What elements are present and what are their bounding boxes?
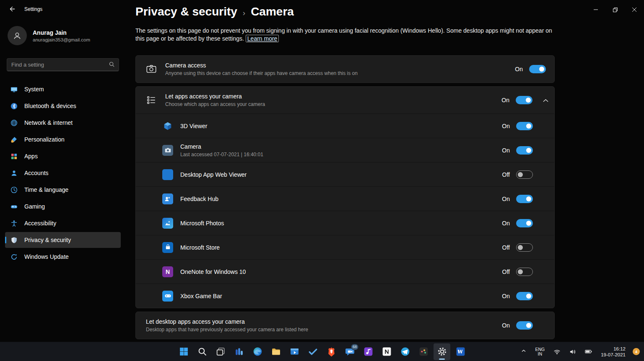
chat-icon[interactable]: 68 xyxy=(341,343,358,360)
app-name: Desktop App Web Viewer xyxy=(180,171,502,178)
collapse-button[interactable] xyxy=(543,97,548,103)
app-name: Feedback Hub xyxy=(180,196,502,202)
webviewer-app-icon xyxy=(162,169,173,180)
office-icon-glyph-icon xyxy=(234,346,244,357)
app-toggle[interactable] xyxy=(516,292,533,300)
toggle-knob xyxy=(526,98,531,103)
app-toggle[interactable] xyxy=(516,219,533,227)
notification-badge[interactable]: 4 xyxy=(633,348,640,355)
sidebar: Anurag Jain anuragjain353@gmail.com Syst… xyxy=(0,20,126,342)
language-indicator[interactable]: ENG IN xyxy=(533,346,546,358)
sidebar-item-label: Gaming xyxy=(24,203,45,210)
edge-icon-glyph-icon xyxy=(252,346,263,357)
tray-time: 16:12 xyxy=(601,346,626,352)
telegram-icon-glyph-icon xyxy=(400,346,410,357)
sidebar-item-label: Network & internet xyxy=(24,119,73,126)
sidebar-item-accounts[interactable]: Accounts xyxy=(5,165,121,181)
toggle-knob xyxy=(518,269,523,274)
time-icon xyxy=(10,186,18,193)
unread-count-badge: 68 xyxy=(351,344,358,350)
app-toggle[interactable] xyxy=(516,146,533,155)
toggle-knob xyxy=(526,294,531,299)
sidebar-item-personalization[interactable]: Personalization xyxy=(5,132,121,147)
office-icon[interactable] xyxy=(231,343,247,360)
todo-icon[interactable] xyxy=(304,343,321,360)
tray-date: 19-07-2021 xyxy=(601,352,626,358)
desktop-apps-row: Let desktop apps access your camera Desk… xyxy=(136,312,554,339)
app-toggle[interactable] xyxy=(516,195,533,203)
back-button[interactable] xyxy=(4,3,20,17)
start-button[interactable] xyxy=(175,343,192,360)
sidebar-item-accessibility[interactable]: Accessibility xyxy=(5,215,121,231)
music-icon[interactable] xyxy=(360,343,377,360)
settings-icon[interactable] xyxy=(434,343,450,360)
main-content: Privacy & security › Camera The settings… xyxy=(126,0,644,342)
sidebar-item-gaming[interactable]: Gaming xyxy=(5,199,121,214)
movies-tv-icon-glyph-icon xyxy=(289,346,300,357)
desktop-apps-toggle[interactable] xyxy=(516,321,533,330)
emoji-icon[interactable] xyxy=(415,343,432,360)
accessibility-icon xyxy=(10,220,18,227)
tray-chevron-button[interactable] xyxy=(519,347,528,356)
app-permission-row: Microsoft Photos On xyxy=(136,211,554,235)
maximize-button[interactable] xyxy=(605,0,625,19)
window-controls xyxy=(586,0,644,19)
app-toggle[interactable] xyxy=(516,243,533,252)
sidebar-item-time-language[interactable]: Time & language xyxy=(5,182,121,198)
language-line2: IN xyxy=(535,352,545,356)
camera-access-text: Camera access Anyone using this device c… xyxy=(165,57,515,81)
photos-app-icon xyxy=(162,218,173,229)
brave-icon-glyph-icon xyxy=(326,346,337,357)
toggle-state-label: Off xyxy=(502,268,510,275)
task-view-button[interactable] xyxy=(212,343,229,360)
breadcrumb-parent[interactable]: Privacy & security xyxy=(135,5,237,18)
camera-access-toggle[interactable] xyxy=(529,65,546,73)
telegram-icon[interactable] xyxy=(397,343,413,360)
sidebar-item-apps[interactable]: Apps xyxy=(5,148,121,164)
learn-more-link[interactable]: Learn more xyxy=(246,35,279,42)
app-toggle[interactable] xyxy=(516,170,533,179)
onenote-app-icon: N xyxy=(162,266,173,277)
minimize-button[interactable] xyxy=(586,0,605,19)
movies-tv-icon[interactable] xyxy=(286,343,303,360)
network-icon xyxy=(10,119,18,126)
clock[interactable]: 16:12 19-07-2021 xyxy=(599,344,627,359)
wifi-icon[interactable] xyxy=(552,347,562,356)
profile-text: Anurag Jain anuragjain353@gmail.com xyxy=(33,29,90,42)
let-apps-toggle[interactable] xyxy=(516,96,532,104)
word-icon[interactable] xyxy=(452,343,469,360)
sidebar-item-system[interactable]: System xyxy=(5,81,121,97)
volume-icon[interactable] xyxy=(568,347,578,356)
chevron-up-icon xyxy=(521,348,526,355)
profile-name: Anurag Jain xyxy=(33,29,90,36)
sidebar-item-bluetooth-devices[interactable]: Bluetooth & devices xyxy=(5,98,121,114)
search-icon xyxy=(109,61,114,69)
brave-icon[interactable] xyxy=(323,343,340,360)
battery-icon[interactable] xyxy=(583,348,594,356)
user-profile[interactable]: Anurag Jain anuragjain353@gmail.com xyxy=(7,24,119,47)
app-toggle[interactable] xyxy=(516,122,533,130)
notion-icon[interactable] xyxy=(378,343,395,360)
search-button[interactable] xyxy=(194,343,210,360)
app-list-icon xyxy=(146,95,157,106)
edge-icon[interactable] xyxy=(249,343,266,360)
system-icon xyxy=(10,86,18,93)
app-toggle[interactable] xyxy=(516,268,533,276)
app-title: Settings xyxy=(24,6,42,12)
file-explorer-icon[interactable] xyxy=(267,343,284,360)
toggle-knob xyxy=(526,323,531,328)
search-box xyxy=(7,58,119,71)
let-apps-access-row: Let apps access your camera Choose which… xyxy=(136,87,554,113)
app-permission-row: 3D Viewer On xyxy=(136,113,554,138)
desktop-apps-text: Let desktop apps access your camera Desk… xyxy=(146,314,502,337)
sidebar-item-network-internet[interactable]: Network & internet xyxy=(5,115,121,131)
sidebar-item-privacy-security[interactable]: Privacy & security xyxy=(5,232,121,248)
avatar xyxy=(8,26,27,45)
search-input[interactable] xyxy=(11,62,109,68)
setting-title: Let apps access your camera xyxy=(165,93,501,100)
sidebar-item-label: Apps xyxy=(24,153,38,160)
viewer3d-app-icon xyxy=(162,121,173,132)
sidebar-item-windows-update[interactable]: Windows Update xyxy=(5,249,121,265)
close-button[interactable] xyxy=(625,0,644,19)
toggle-state-label: On xyxy=(502,322,510,329)
